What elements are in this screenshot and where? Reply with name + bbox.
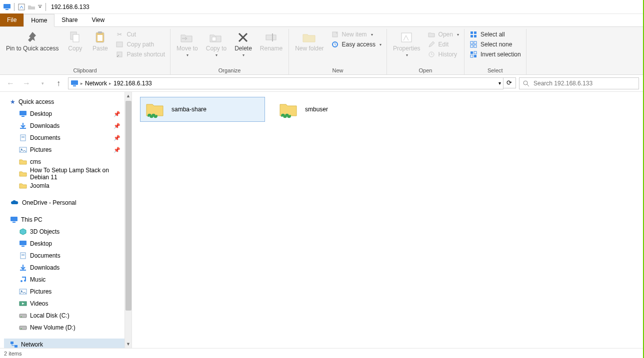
nav-pc-item[interactable]: Pictures <box>4 286 124 298</box>
item-label: How To Setup Lamp Stack on Debian 11 <box>30 167 124 181</box>
tab-share[interactable]: Share <box>54 13 84 26</box>
nav-back-button[interactable]: ← <box>4 77 17 90</box>
chevron-right-icon[interactable]: ▸ <box>109 81 112 86</box>
svg-rect-57 <box>20 329 22 329</box>
nav-quick-access[interactable]: ★Quick access <box>4 96 124 108</box>
title-bar: 192.168.6.133 <box>0 0 643 14</box>
tab-home[interactable]: Home <box>24 14 54 27</box>
breadcrumb-network[interactable]: Network <box>85 80 107 87</box>
select-all-button[interactable]: Select all <box>468 30 523 39</box>
easyaccess-icon <box>331 40 339 48</box>
nav-pc-item[interactable]: 3D Objects <box>4 226 124 238</box>
paste-shortcut-button[interactable]: Paste shortcut <box>114 50 167 59</box>
pin-quick-access-button[interactable]: Pin to Quick access <box>3 29 62 52</box>
breadcrumb-host[interactable]: 192.168.6.133 <box>114 80 152 87</box>
item-icon <box>19 122 27 129</box>
copy-button[interactable]: Copy <box>64 29 86 52</box>
rename-button[interactable]: Rename <box>257 29 286 52</box>
nav-onedrive[interactable]: OneDrive - Personal <box>4 197 124 209</box>
svg-rect-23 <box>474 41 476 44</box>
refresh-button[interactable]: ⟳ <box>503 77 516 88</box>
paste-icon <box>92 30 108 45</box>
nav-this-pc[interactable]: This PC <box>4 214 124 226</box>
nav-pc-item[interactable]: Videos <box>4 298 124 310</box>
easy-access-button[interactable]: Easy access▾ <box>329 40 384 49</box>
pin-icon: 📌 <box>114 147 120 153</box>
nav-quick-item[interactable]: Joomla <box>4 180 124 192</box>
address-bar-row: ← → ▾ ↑ ▸Network▸192.168.6.133 ▾ ⟳ <box>0 75 643 92</box>
move-to-button[interactable]: Move to▾ <box>174 29 201 59</box>
svg-point-49 <box>20 280 22 282</box>
addr-dropdown-icon[interactable]: ▾ <box>498 80 501 86</box>
rename-icon <box>264 30 280 45</box>
tab-view[interactable]: View <box>84 13 112 26</box>
nav-recent-button[interactable]: ▾ <box>36 77 49 90</box>
item-icon <box>19 182 27 189</box>
nav-pc-item[interactable]: Documents <box>4 250 124 262</box>
qat-dropdown-icon[interactable] <box>36 5 44 9</box>
copy-to-button[interactable]: Copy to▾ <box>203 29 230 59</box>
nav-pc-item[interactable]: New Volume (D:) <box>4 322 124 334</box>
nav-pc-item[interactable]: Music <box>4 274 124 286</box>
window-title: 192.168.6.133 <box>51 3 90 10</box>
search-input[interactable] <box>532 79 636 87</box>
new-item-button[interactable]: New item▾ <box>329 30 384 39</box>
properties-button[interactable]: Properties▾ <box>390 29 424 59</box>
nav-quick-item[interactable]: cms <box>4 156 124 168</box>
select-none-button[interactable]: Select none <box>468 40 523 49</box>
scroll-up-icon[interactable]: ▲ <box>125 92 132 100</box>
ribbon-tabs: File Home Share View <box>0 14 643 27</box>
search-icon <box>522 80 530 87</box>
pc-icon <box>10 216 18 223</box>
svg-rect-55 <box>20 317 22 317</box>
copy-path-button[interactable]: Copy path <box>114 40 167 49</box>
nav-quick-item[interactable]: Pictures📌 <box>4 144 124 156</box>
paste-button[interactable]: Paste <box>88 29 112 52</box>
svg-rect-30 <box>71 80 78 85</box>
nav-up-button[interactable]: ↑ <box>52 77 65 90</box>
nav-quick-item[interactable]: How To Setup Lamp Stack on Debian 11 <box>4 168 124 180</box>
item-icon <box>19 110 27 117</box>
nav-forward-button[interactable]: → <box>20 77 33 90</box>
chevron-right-icon[interactable]: ▸ <box>80 81 83 86</box>
navigation-pane: ★Quick access Desktop📌Downloads📌Document… <box>0 92 132 348</box>
share-item[interactable]: smbuser <box>274 97 399 122</box>
nav-quick-item[interactable]: Desktop📌 <box>4 108 124 120</box>
nav-scrollbar[interactable]: ▲ ▼ <box>124 92 132 348</box>
properties-icon <box>398 30 414 45</box>
group-label-clipboard: Clipboard <box>3 67 167 74</box>
svg-rect-13 <box>272 33 273 41</box>
open-button[interactable]: Open▾ <box>426 30 461 39</box>
qat-properties-icon[interactable] <box>16 2 26 12</box>
history-button[interactable]: History <box>426 50 461 59</box>
item-label: Documents <box>30 252 60 259</box>
item-icon <box>19 288 27 295</box>
new-folder-button[interactable]: New folder <box>292 29 326 52</box>
cut-button[interactable]: ✂Cut <box>114 30 167 39</box>
item-icon <box>19 134 27 141</box>
invert-selection-button[interactable]: Invert selection <box>468 50 523 59</box>
ribbon: Pin to Quick access Copy Paste ✂Cut Copy… <box>0 27 643 75</box>
group-label-select: Select <box>468 67 523 74</box>
search-box[interactable] <box>519 77 639 89</box>
scroll-thumb[interactable] <box>126 101 132 311</box>
share-item[interactable]: samba-share <box>140 97 265 122</box>
content-area[interactable]: samba-sharesmbuser <box>132 92 643 348</box>
nav-network[interactable]: Network <box>4 339 124 348</box>
nav-quick-item[interactable]: Documents📌 <box>4 132 124 144</box>
star-icon: ★ <box>10 98 16 105</box>
address-bar[interactable]: ▸Network▸192.168.6.133 ▾ <box>68 77 504 89</box>
nav-pc-item[interactable]: Desktop <box>4 238 124 250</box>
scroll-down-icon[interactable]: ▼ <box>125 340 132 348</box>
edit-button[interactable]: Edit <box>426 40 461 49</box>
item-label: Joomla <box>30 182 50 189</box>
qat-newfolder-icon[interactable] <box>26 2 36 12</box>
nav-pc-item[interactable]: Local Disk (C:) <box>4 310 124 322</box>
tab-file[interactable]: File <box>0 13 24 26</box>
nav-pc-item[interactable]: Downloads <box>4 262 124 274</box>
delete-button[interactable]: Delete▾ <box>232 29 255 59</box>
pc-icon <box>70 80 78 87</box>
svg-rect-22 <box>470 41 473 44</box>
nav-quick-item[interactable]: Downloads📌 <box>4 120 124 132</box>
item-label: Desktop <box>30 240 52 247</box>
